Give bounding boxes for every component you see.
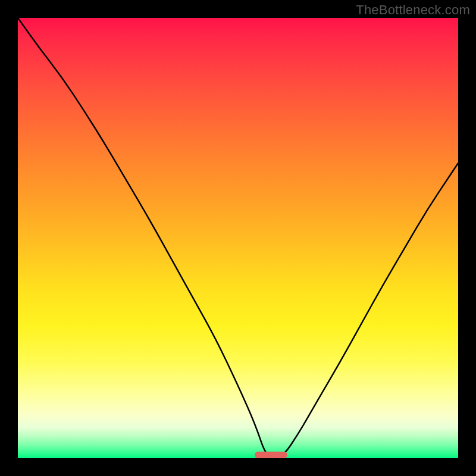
- bottleneck-curve: [18, 18, 458, 458]
- plot-area: [18, 18, 458, 458]
- watermark-text: TheBottleneck.com: [356, 2, 470, 18]
- curve-path: [18, 18, 458, 458]
- optimal-marker: [255, 452, 288, 458]
- chart-frame: TheBottleneck.com: [0, 0, 476, 476]
